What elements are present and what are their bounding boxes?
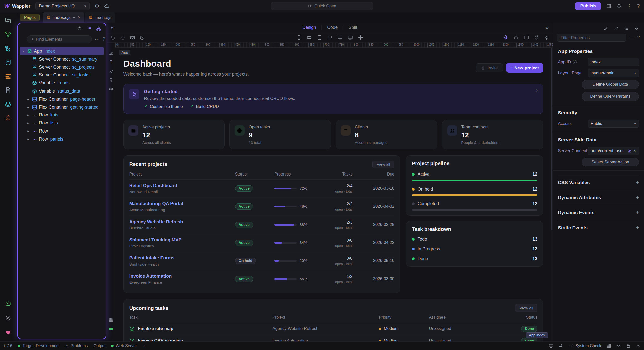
expander-icon[interactable]: ▸	[26, 129, 30, 133]
tree-item-lists[interactable]: ▸Rowlists	[20, 119, 104, 127]
tree-item-row[interactable]: ▸Row	[20, 127, 104, 135]
tablet-icon[interactable]	[317, 35, 322, 40]
add-icon[interactable]: +	[636, 180, 639, 186]
section-dynamic-events[interactable]: Dynamic Events+	[558, 205, 639, 220]
collapse-all-icon[interactable]: —	[630, 35, 634, 40]
ai-robot-icon[interactable]	[77, 26, 82, 31]
expander-icon[interactable]: ▸	[26, 113, 30, 117]
invite-button[interactable]: Invite	[476, 63, 503, 72]
select-server-action-button[interactable]: Select Server Action	[582, 158, 639, 166]
desktop-icon[interactable]	[337, 35, 343, 40]
tree-view-icon[interactable]	[96, 26, 101, 31]
tab-main.ejs[interactable]: main.ejs	[85, 12, 115, 23]
add-panel-button[interactable]: +	[143, 343, 145, 349]
server-workflows-icon[interactable]	[3, 30, 13, 39]
phone-icon[interactable]	[296, 35, 302, 40]
tree-item-panels[interactable]: ▸Rowpanels	[20, 135, 104, 143]
statusbar-dev-tools[interactable]	[549, 343, 554, 348]
table-row[interactable]: Finalize site mapAgency Website RefreshM…	[129, 323, 538, 335]
project-link[interactable]: Invoice Automation	[129, 273, 233, 279]
table-row[interactable]: Shipment Tracking MVPOrbit LogisticsActi…	[129, 234, 394, 252]
undo-icon[interactable]	[110, 35, 115, 40]
mode-design[interactable]: Design	[297, 25, 321, 30]
tree-item-sc_tasks[interactable]: Server Connectsc_tasks	[20, 71, 104, 79]
text-tool-icon[interactable]: T	[109, 60, 114, 65]
table-row[interactable]: Patient Intake FormsBrightside HealthOn …	[129, 252, 394, 270]
export-icon[interactable]	[513, 35, 519, 40]
database-icon[interactable]	[3, 57, 13, 67]
target-selector[interactable]: Target: Development	[18, 344, 59, 348]
scrollbar-thumb[interactable]	[551, 48, 552, 230]
statusbar-system-check[interactable]: System Check	[569, 343, 601, 348]
find-elements[interactable]	[27, 35, 92, 43]
tree-item-kpis[interactable]: ▸Rowkpis	[20, 111, 104, 119]
project-link[interactable]: Retail Ops Dashboard	[129, 183, 233, 188]
app-structure-icon[interactable]	[3, 16, 13, 25]
statusbar-collapse-bar[interactable]	[636, 343, 641, 348]
table-row[interactable]: Invoice CSV mappingInvoice AutomationMed…	[129, 335, 538, 341]
clear-icon[interactable]: ×	[633, 148, 636, 153]
more-options-icon[interactable]: ⋮	[627, 3, 632, 9]
table-row[interactable]: Retail Ops DashboardNorthwind RetailActi…	[129, 180, 394, 198]
statusbar-transfer[interactable]	[558, 343, 564, 348]
components-icon[interactable]	[3, 113, 13, 123]
problems-button[interactable]: ⚠ Problems	[65, 344, 88, 348]
project-selector[interactable]: Demo Projects HQ ▾	[35, 2, 90, 10]
tree-item-page-header[interactable]: ▸Flex Containerpage-header	[20, 95, 104, 103]
project-link[interactable]: Manufacturing QA Portal	[129, 201, 233, 206]
tv-icon[interactable]	[348, 35, 353, 40]
close-icon[interactable]: ×	[78, 15, 80, 20]
tree-item-trends[interactable]: Variabletrends	[20, 79, 104, 87]
tab-index.ejs[interactable]: index.ejs×	[43, 12, 85, 23]
tree-item-getting-started[interactable]: ▸Flex Containergetting-started	[20, 103, 104, 111]
project-link[interactable]: Patient Intake Forms	[129, 255, 233, 261]
output-button[interactable]: Output	[93, 344, 105, 348]
app-id-input[interactable]	[588, 58, 639, 66]
expander-icon[interactable]: ▸	[26, 137, 30, 141]
inspect-icon[interactable]	[544, 35, 549, 40]
tree-item-index[interactable]: ▾Appindex	[20, 47, 104, 55]
close-icon[interactable]: ×	[536, 88, 539, 94]
cloud-sync-icon[interactable]	[104, 3, 109, 9]
voice-icon[interactable]	[503, 35, 508, 40]
statusbar-security[interactable]	[626, 343, 631, 348]
expander-icon[interactable]: ▸	[26, 121, 30, 125]
list-view-icon[interactable]	[87, 26, 92, 31]
section-dynamic-attributes[interactable]: Dynamic Attributes+	[558, 190, 639, 205]
layout-grid-icon[interactable]	[524, 35, 529, 40]
actions-icon[interactable]	[634, 26, 639, 31]
table-row[interactable]: Manufacturing QA PortalAcme Manufacturin…	[129, 198, 394, 216]
tree-item-sc_projects[interactable]: Server Connectsc_projects	[20, 63, 104, 71]
laptop-icon[interactable]	[327, 35, 332, 40]
free-move-icon[interactable]	[358, 35, 363, 40]
screenshot-icon[interactable]	[130, 35, 135, 40]
layout-page-select[interactable]: layouts/main ▾	[588, 69, 639, 77]
grid-toggle-icon[interactable]	[109, 317, 114, 322]
expander-icon[interactable]: ▾	[21, 49, 25, 53]
table-row[interactable]: Invoice AutomationEvergreen FinanceActiv…	[129, 270, 394, 288]
table-row[interactable]: Agency Website RefreshBluebird StudioAct…	[129, 216, 394, 234]
edit-icon[interactable]	[627, 149, 632, 153]
publish-button[interactable]: Publish	[575, 2, 601, 10]
section-css-variables[interactable]: CSS Variables+	[558, 175, 639, 190]
mode-code[interactable]: Code	[321, 25, 343, 30]
measure-tool-icon[interactable]	[109, 69, 114, 74]
preview-icon[interactable]	[109, 86, 114, 92]
dom-tree-icon[interactable]	[3, 43, 13, 53]
view-all-button[interactable]: View all	[515, 304, 537, 312]
mode-split[interactable]: Split	[343, 25, 363, 30]
pages-button[interactable]: Pages	[20, 14, 40, 21]
section-static-events[interactable]: Static Events+	[558, 220, 639, 235]
magic-icon[interactable]	[614, 26, 619, 31]
more-icon[interactable]: ⋯	[95, 36, 100, 42]
new-project-button[interactable]: + New project	[506, 63, 543, 72]
menu-icon[interactable]	[624, 26, 629, 31]
tree-item-sc_summary[interactable]: Server Connectsc_summary	[20, 55, 104, 63]
panel-layout-icon[interactable]	[606, 3, 611, 9]
pages-icon[interactable]	[3, 85, 13, 95]
find-elements-input[interactable]	[36, 37, 89, 42]
settings-icon[interactable]	[3, 313, 13, 323]
styles-icon[interactable]	[3, 71, 13, 81]
web-server-status[interactable]: Web Server	[111, 344, 137, 348]
expander-icon[interactable]: ▸	[26, 97, 30, 101]
